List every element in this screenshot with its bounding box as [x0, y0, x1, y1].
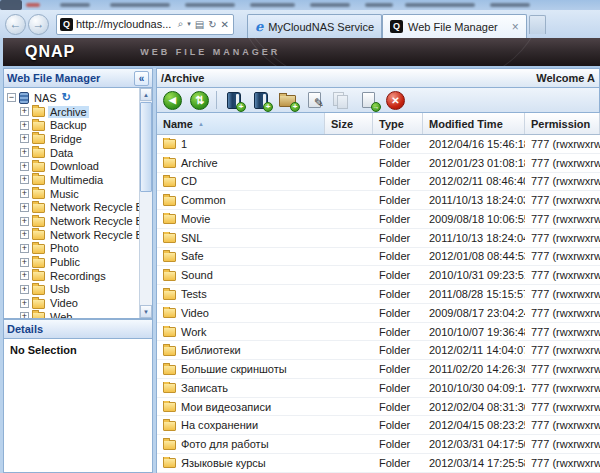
tree-item-multimedia[interactable]: +Multimedia — [20, 173, 137, 187]
table-row[interactable]: Фото для работыFolder2012/03/31 04:17:50… — [157, 435, 600, 454]
tree-item-network-recycle-bin-3[interactable]: +Network Recycle Bin 3 — [20, 214, 137, 228]
upload-button[interactable]: + — [223, 90, 244, 111]
table-row[interactable]: ArchiveFolder2012/01/23 01:08:18777 (rwx… — [157, 154, 600, 173]
tree-item-label: Music — [48, 188, 81, 200]
address-bar[interactable]: Q http://mycloudnas... ⌕ ▾ ▤ ↻ ✕ — [56, 14, 234, 35]
expand-node-icon[interactable]: + — [20, 175, 29, 184]
tree-item-download[interactable]: +Download — [20, 159, 137, 173]
column-header-type[interactable]: Type — [373, 113, 423, 134]
delete-button[interactable]: ✕ — [385, 90, 406, 111]
rename-button[interactable]: ✎ — [304, 90, 325, 111]
tree-item-video[interactable]: +Video — [20, 296, 137, 310]
tree-item-public[interactable]: +Public — [20, 255, 137, 269]
scroll-down-icon[interactable]: ▼ — [140, 305, 152, 318]
plus-badge-icon: + — [290, 102, 300, 112]
expand-node-icon[interactable]: + — [20, 230, 29, 239]
cell-permission: 777 (rwxrwxrwx) — [525, 401, 600, 413]
tree-item-data[interactable]: +Data — [20, 146, 137, 160]
table-row[interactable]: VideoFolder2009/08/17 23:04:24777 (rwxrw… — [157, 304, 600, 323]
table-row[interactable]: На сохраненииFolder2012/04/15 08:23:2577… — [157, 416, 600, 435]
column-header-size[interactable]: Size — [325, 113, 373, 134]
expand-node-icon[interactable]: + — [20, 134, 29, 143]
folder-icon — [163, 196, 176, 206]
refresh-icon[interactable]: ↻ — [206, 19, 218, 30]
tree-item-bridge[interactable]: +Bridge — [20, 132, 137, 146]
table-row[interactable]: 1Folder2012/04/16 15:46:18777 (rwxrwxrwx… — [157, 135, 600, 154]
collapse-node-icon[interactable]: − — [7, 93, 16, 102]
expand-node-icon[interactable]: + — [20, 285, 29, 294]
cell-name: Записать — [157, 382, 325, 394]
tab-mycloudnas-service[interactable]: e MyCloudNAS Service — [247, 14, 382, 38]
expand-node-icon[interactable]: + — [20, 271, 29, 280]
tree-item-network-recycle-bin-2[interactable]: +Network Recycle Bin 2 — [20, 201, 137, 215]
table-row[interactable]: SafeFolder2012/01/08 08:44:53777 (rwxrwx… — [157, 248, 600, 267]
tree-item-network-recycle-bin-4[interactable]: +Network Recycle Bin 4 — [20, 228, 137, 242]
cell-permission: 777 (rwxrwxrwx) — [525, 457, 600, 469]
table-row[interactable]: Большие скриншотыFolder2011/02/20 14:26:… — [157, 360, 600, 379]
compatibility-icon[interactable]: ▤ — [193, 19, 206, 30]
expand-node-icon[interactable]: + — [20, 162, 29, 171]
folder-tree: −NAS↻+Archive+Backup+Bridge+Data+Downloa… — [3, 88, 153, 319]
expand-node-icon[interactable]: + — [20, 258, 29, 267]
tree-item-usb[interactable]: +Usb — [20, 283, 137, 297]
table-row[interactable]: ЗаписатьFolder2010/10/30 04:09:14777 (rw… — [157, 379, 600, 398]
tab-web-file-manager[interactable]: Q Web File Manager × — [382, 14, 527, 38]
folder-icon — [163, 139, 176, 149]
tree-scrollbar[interactable]: ▲ ▼ — [139, 88, 152, 318]
tree-item-recordings[interactable]: +Recordings — [20, 269, 137, 283]
expand-node-icon[interactable]: + — [20, 148, 29, 157]
refresh-button[interactable]: ⇅ — [189, 90, 210, 111]
search-icon[interactable]: ⌕ — [176, 18, 186, 30]
scrollbar-thumb[interactable] — [140, 102, 152, 192]
welcome-text: Welcome A — [536, 72, 595, 84]
tree-root-nas[interactable]: −NAS↻ — [7, 91, 137, 105]
expand-node-icon[interactable]: + — [20, 312, 29, 319]
tree-root-label[interactable]: NAS — [32, 92, 59, 104]
dropdown-icon[interactable]: ▾ — [185, 20, 193, 28]
sidebar-header: Web File Manager « — [3, 68, 153, 88]
move-button[interactable]: → — [358, 90, 379, 111]
expand-node-icon[interactable]: + — [20, 189, 29, 198]
copy-icon — [333, 92, 350, 109]
table-row[interactable]: CommonFolder2011/10/13 18:24:03777 (rwxr… — [157, 191, 600, 210]
cell-type: Folder — [373, 307, 423, 319]
tree-item-backup[interactable]: +Backup — [20, 118, 137, 132]
tree-item-photo[interactable]: +Photo — [20, 242, 137, 256]
url-text[interactable]: http://mycloudnas... — [76, 18, 176, 30]
column-header-permission[interactable]: Permission — [525, 113, 600, 134]
table-row[interactable]: БиблиотекиFolder2012/02/11 14:04:07777 (… — [157, 341, 600, 360]
column-header-modified[interactable]: Modified Time — [423, 113, 525, 134]
scroll-up-icon[interactable]: ▲ — [140, 88, 152, 101]
table-row[interactable]: Языковые курсыFolder2012/03/14 17:25:587… — [157, 454, 600, 473]
browser-forward-button[interactable]: → — [28, 14, 49, 35]
tree-item-music[interactable]: +Music — [20, 187, 137, 201]
expand-node-icon[interactable]: + — [20, 217, 29, 226]
table-row[interactable]: WorkFolder2010/10/07 19:36:48777 (rwxrwx… — [157, 323, 600, 342]
expand-node-icon[interactable]: + — [20, 203, 29, 212]
table-row[interactable]: MovieFolder2009/08/18 10:06:55777 (rwxrw… — [157, 210, 600, 229]
expand-node-icon[interactable]: + — [20, 244, 29, 253]
pencil-icon: ✎ — [314, 96, 324, 110]
sidebar-collapse-button[interactable]: « — [134, 71, 149, 86]
table-row[interactable]: SNLFolder2011/10/13 18:24:04777 (rwxrwxr… — [157, 229, 600, 248]
copy-button[interactable] — [331, 90, 352, 111]
browser-back-button[interactable]: ← — [5, 14, 26, 35]
create-folder-button[interactable]: + — [277, 90, 298, 111]
expand-node-icon[interactable]: + — [20, 107, 29, 116]
column-header-name[interactable]: Name ▲ — [157, 113, 325, 134]
expand-node-icon[interactable]: + — [20, 299, 29, 308]
table-row[interactable]: TestsFolder2011/08/28 15:15:57777 (rwxrw… — [157, 285, 600, 304]
table-row[interactable]: CDFolder2012/02/11 08:46:40777 (rwxrwxrw… — [157, 173, 600, 192]
expand-node-icon[interactable]: + — [20, 121, 29, 130]
new-tab-button[interactable] — [529, 15, 546, 34]
up-button[interactable]: ◀ — [162, 90, 183, 111]
tab-close-icon[interactable]: × — [512, 20, 519, 34]
tree-item-web[interactable]: +Web — [20, 310, 137, 319]
download-button[interactable]: + — [250, 90, 271, 111]
tree-refresh-icon[interactable]: ↻ — [62, 91, 71, 104]
tree-item-archive[interactable]: +Archive — [20, 105, 137, 119]
table-row[interactable]: SoundFolder2010/10/31 09:23:51777 (rwxrw… — [157, 266, 600, 285]
table-row[interactable]: Мои видеозаписиFolder2012/02/04 08:31:36… — [157, 398, 600, 417]
stop-icon[interactable]: ✕ — [219, 19, 231, 30]
cell-type: Folder — [373, 438, 423, 450]
